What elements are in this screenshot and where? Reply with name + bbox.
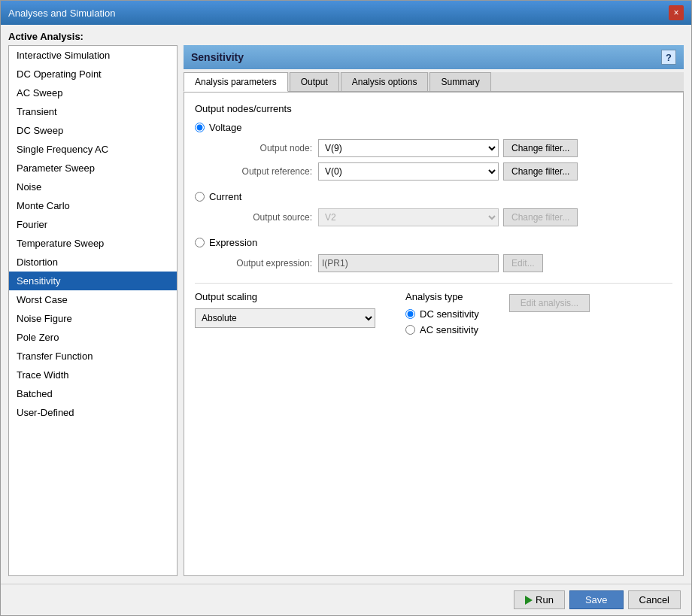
active-analysis-label: Active Analysis: <box>1 25 691 45</box>
edit-analysis-button[interactable]: Edit analysis... <box>509 294 590 312</box>
edit-expression-button: Edit... <box>503 254 543 272</box>
sidebar-item-user-defined[interactable]: User-Defined <box>9 403 177 422</box>
dialog-window: Analyses and Simulation × Active Analysi… <box>0 0 692 616</box>
voltage-radio-row: Voltage <box>195 122 672 133</box>
sidebar-item-ac-sweep[interactable]: AC Sweep <box>9 83 177 102</box>
output-node-change-filter-button[interactable]: Change filter... <box>503 139 578 157</box>
sidebar-item-dc-sweep[interactable]: DC Sweep <box>9 121 177 140</box>
dc-sensitivity-radio[interactable] <box>405 309 415 319</box>
sidebar-item-temperature-sweep[interactable]: Temperature Sweep <box>9 234 177 253</box>
sidebar-item-interactive-simulation[interactable]: Interactive Simulation <box>9 46 177 65</box>
content-area: Sensitivity ? Analysis parametersOutputA… <box>184 45 684 576</box>
sidebar-item-transfer-function[interactable]: Transfer Function <box>9 347 177 366</box>
ac-sensitivity-radio[interactable] <box>405 325 415 335</box>
output-node-row: Output node: V(9) Change filter... <box>213 139 672 157</box>
output-node-select[interactable]: V(9) <box>318 139 499 157</box>
run-label: Run <box>536 594 554 605</box>
save-button[interactable]: Save <box>569 590 624 609</box>
edit-analysis-col: Edit analysis... <box>509 291 590 340</box>
separator <box>195 283 672 284</box>
sidebar-item-pole-zero[interactable]: Pole Zero <box>9 328 177 347</box>
analysis-type-label: Analysis type <box>405 291 479 302</box>
output-scaling-section: Output scaling Absolute Analysis type DC… <box>195 291 672 340</box>
bottom-bar: Run Save Cancel <box>1 584 691 615</box>
expression-group: Expression Output expression: Edit... <box>195 237 672 272</box>
current-change-filter-button: Change filter... <box>503 208 578 226</box>
output-reference-label: Output reference: <box>213 166 318 177</box>
dc-sensitivity-row: DC sensitivity <box>405 308 479 320</box>
output-scaling-select[interactable]: Absolute <box>195 308 375 328</box>
output-source-select: V2 <box>318 208 499 226</box>
output-expression-label: Output expression: <box>213 258 318 269</box>
output-nodes-label: Output nodes/currents <box>195 103 672 114</box>
sidebar-item-fourier[interactable]: Fourier <box>9 215 177 234</box>
ac-sensitivity-label: AC sensitivity <box>420 324 478 335</box>
sidebar-item-parameter-sweep[interactable]: Parameter Sweep <box>9 159 177 178</box>
analysis-type-col: Analysis type DC sensitivity AC sensitiv… <box>405 291 479 340</box>
tabs-bar: Analysis parametersOutputAnalysis option… <box>184 72 684 92</box>
sidebar-item-noise[interactable]: Noise <box>9 178 177 196</box>
tab-summary[interactable]: Summary <box>429 72 490 91</box>
output-reference-row: Output reference: V(0) Change filter... <box>213 162 672 181</box>
scaling-col: Output scaling Absolute <box>195 291 375 340</box>
output-source-row: Output source: V2 Change filter... <box>213 208 672 226</box>
sidebar-item-sensitivity[interactable]: Sensitivity <box>9 272 177 290</box>
sidebar-item-dc-operating-point[interactable]: DC Operating Point <box>9 65 177 83</box>
sidebar-item-trace-width[interactable]: Trace Width <box>9 366 177 384</box>
sidebar-item-single-frequency-ac[interactable]: Single Frequency AC <box>9 140 177 159</box>
dialog-title: Analyses and Simulation <box>8 8 115 19</box>
ac-sensitivity-row: AC sensitivity <box>405 324 479 335</box>
cancel-button[interactable]: Cancel <box>628 590 681 609</box>
sidebar-item-monte-carlo[interactable]: Monte Carlo <box>9 196 177 215</box>
current-group: Current Output source: V2 Change filter.… <box>195 191 672 226</box>
voltage-radio[interactable] <box>195 123 205 132</box>
output-scaling-label: Output scaling <box>195 291 375 302</box>
run-icon <box>525 596 533 605</box>
output-expression-row: Output expression: Edit... <box>213 254 672 272</box>
tab-output[interactable]: Output <box>290 72 339 91</box>
expression-label: Expression <box>209 237 257 248</box>
panel-content: Output nodes/currents Voltage Output nod… <box>184 92 684 576</box>
output-expression-input <box>318 254 499 272</box>
voltage-group: Voltage Output node: V(9) Change filter.… <box>195 122 672 181</box>
dialog-body: Active Analysis: Interactive SimulationD… <box>1 25 691 615</box>
close-button[interactable]: × <box>669 5 684 20</box>
tab-analysis-options[interactable]: Analysis options <box>341 72 429 91</box>
panel-header: Sensitivity ? <box>184 45 684 69</box>
panel-title: Sensitivity <box>191 51 244 63</box>
title-bar: Analyses and Simulation × <box>1 1 691 25</box>
current-radio[interactable] <box>195 192 205 202</box>
output-reference-select[interactable]: V(0) <box>318 162 499 181</box>
run-button[interactable]: Run <box>514 590 565 609</box>
current-label: Current <box>209 191 241 202</box>
sidebar-item-transient[interactable]: Transient <box>9 102 177 121</box>
help-button[interactable]: ? <box>661 50 676 65</box>
sidebar-item-batched[interactable]: Batched <box>9 384 177 403</box>
voltage-label: Voltage <box>209 122 241 133</box>
dc-sensitivity-label: DC sensitivity <box>420 308 479 320</box>
sidebar-item-distortion[interactable]: Distortion <box>9 253 177 272</box>
main-area: Interactive SimulationDC Operating Point… <box>1 45 691 584</box>
tab-analysis-parameters[interactable]: Analysis parameters <box>184 72 288 92</box>
output-source-label: Output source: <box>213 212 318 223</box>
current-radio-row: Current <box>195 191 672 202</box>
output-reference-change-filter-button[interactable]: Change filter... <box>503 162 578 181</box>
sidebar: Interactive SimulationDC Operating Point… <box>8 45 178 576</box>
expression-radio[interactable] <box>195 238 205 247</box>
output-node-label: Output node: <box>213 143 318 153</box>
sidebar-item-worst-case[interactable]: Worst Case <box>9 290 177 309</box>
expression-radio-row: Expression <box>195 237 672 248</box>
sidebar-item-noise-figure[interactable]: Noise Figure <box>9 309 177 328</box>
